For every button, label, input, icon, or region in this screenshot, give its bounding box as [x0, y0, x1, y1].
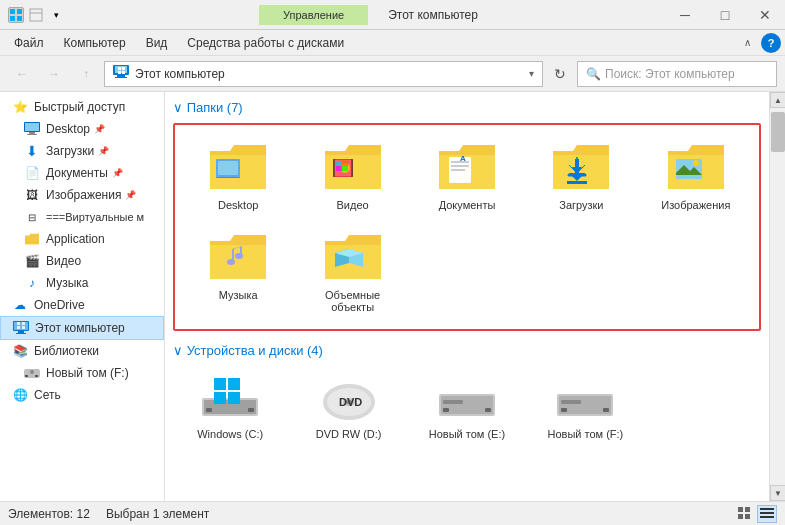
- ribbon-collapse-button[interactable]: ∧: [738, 35, 757, 50]
- svg-rect-80: [561, 400, 581, 404]
- sidebar-item-documents[interactable]: 📄 Документы 📌: [0, 162, 164, 184]
- svg-rect-16: [29, 132, 35, 134]
- device-windows[interactable]: Windows (C:): [173, 366, 287, 448]
- sidebar-label-virtual: ===Виртуальные м: [46, 211, 144, 223]
- sidebar-label-newvol: Новый том (F:): [46, 366, 129, 380]
- pin-icon4: 📌: [125, 190, 136, 200]
- sidebar-item-network[interactable]: 🌐 Сеть: [0, 384, 164, 406]
- device-dvd[interactable]: DVD DVD RW (D:): [291, 366, 405, 448]
- device-windows-label: Windows (C:): [197, 428, 263, 440]
- manage-button[interactable]: Управление: [259, 5, 368, 25]
- folder-icon: [24, 231, 40, 247]
- scrollbar[interactable]: ▲ ▼: [769, 92, 785, 501]
- svg-rect-86: [760, 512, 774, 514]
- svg-rect-13: [122, 71, 125, 74]
- folders-section-header[interactable]: Папки (7): [173, 100, 761, 115]
- sidebar-item-newvol[interactable]: Новый том (F:): [0, 362, 164, 384]
- scroll-down-button[interactable]: ▼: [770, 485, 785, 501]
- refresh-button[interactable]: ↻: [547, 61, 573, 87]
- minimize-button[interactable]: ─: [665, 0, 705, 30]
- sidebar-label-desktop: Desktop: [46, 122, 90, 136]
- downloads-folder-icon: [549, 141, 613, 193]
- folders-grid: Desktop: [173, 123, 761, 331]
- music-folder-icon: [206, 231, 270, 283]
- svg-rect-20: [17, 326, 20, 329]
- device-drive-e[interactable]: Новый том (E:): [410, 366, 524, 448]
- menu-tools[interactable]: Средства работы с дисками: [177, 33, 354, 53]
- desktop-folder-icon: [206, 141, 270, 193]
- large-icons-view-button[interactable]: [735, 505, 755, 523]
- up-button[interactable]: ↑: [72, 62, 100, 86]
- svg-rect-60: [206, 408, 212, 412]
- menu-file[interactable]: Файл: [4, 33, 54, 53]
- svg-rect-24: [18, 331, 24, 333]
- folder-3d[interactable]: Объемные объекты: [297, 223, 407, 321]
- video-icon: 🎬: [24, 253, 40, 269]
- sidebar-item-music[interactable]: ♪ Музыка: [0, 272, 164, 294]
- search-placeholder: Поиск: Этот компьютер: [605, 67, 735, 81]
- title-center: Управление Этот компьютер: [72, 5, 665, 25]
- sidebar: ⭐ Быстрый доступ Desktop 📌 ⬇ Загрузки 📌 …: [0, 92, 165, 501]
- window-controls: ─ □ ✕: [665, 0, 785, 30]
- svg-rect-12: [118, 71, 121, 74]
- sidebar-label-music: Музыка: [46, 276, 88, 290]
- help-button[interactable]: ?: [761, 33, 781, 53]
- sidebar-label-libraries: Библиотеки: [34, 344, 99, 358]
- device-dvd-label: DVD RW (D:): [316, 428, 382, 440]
- back-button[interactable]: ←: [8, 62, 36, 86]
- menu-bar: Файл Компьютер Вид Средства работы с дис…: [0, 30, 785, 56]
- svg-rect-31: [218, 161, 238, 175]
- title-bar-icons: ▾: [0, 7, 72, 23]
- svg-rect-38: [336, 161, 342, 166]
- maximize-button[interactable]: □: [705, 0, 745, 30]
- sidebar-item-onedrive[interactable]: ☁ OneDrive: [0, 294, 164, 316]
- svg-point-53: [227, 259, 235, 265]
- sidebar-item-desktop[interactable]: Desktop 📌: [0, 118, 164, 140]
- sidebar-label-images: Изображения: [46, 188, 121, 202]
- address-bar: ← → ↑ Этот компьютер ▾ ↻ 🔍 Поиск: Этот к…: [0, 56, 785, 92]
- svg-rect-44: [451, 165, 469, 167]
- sidebar-item-downloads[interactable]: ⬇ Загрузки 📌: [0, 140, 164, 162]
- sidebar-item-quickaccess[interactable]: ⭐ Быстрый доступ: [0, 96, 164, 118]
- svg-rect-32: [216, 177, 240, 178]
- device-drive-f[interactable]: Новый том (F:): [528, 366, 642, 448]
- folder-3d-label: Объемные объекты: [325, 289, 380, 313]
- content-area: Папки (7) Desktop: [165, 92, 769, 501]
- forward-button[interactable]: →: [40, 62, 68, 86]
- menu-computer[interactable]: Компьютер: [54, 33, 136, 53]
- app-icon: [8, 7, 24, 23]
- sidebar-label-video: Видео: [46, 254, 81, 268]
- library-icon: 📚: [12, 343, 28, 359]
- devices-section-header[interactable]: Устройства и диски (4): [173, 343, 761, 358]
- folder-downloads[interactable]: Загрузки: [526, 133, 636, 219]
- svg-rect-65: [228, 392, 240, 404]
- folder-video[interactable]: Видео: [297, 133, 407, 219]
- sidebar-item-virtual[interactable]: ⊟ ===Виртуальные м: [0, 206, 164, 228]
- sidebar-item-thispc[interactable]: Этот компьютер: [0, 316, 164, 340]
- svg-rect-75: [443, 400, 463, 404]
- details-view-button[interactable]: [757, 505, 777, 523]
- selected-info: Выбран 1 элемент: [106, 507, 209, 521]
- svg-rect-0: [10, 9, 15, 14]
- address-field[interactable]: Этот компьютер ▾: [104, 61, 543, 87]
- search-field[interactable]: 🔍 Поиск: Этот компьютер: [577, 61, 777, 87]
- svg-point-54: [235, 253, 243, 259]
- folder-documents[interactable]: A Документы: [412, 133, 522, 219]
- folder-music[interactable]: Музыка: [183, 223, 293, 321]
- folder-music-label: Музыка: [219, 289, 258, 301]
- folder-desktop[interactable]: Desktop: [183, 133, 293, 219]
- folder-images[interactable]: Изображения: [641, 133, 751, 219]
- menu-view[interactable]: Вид: [136, 33, 178, 53]
- sidebar-label-documents: Документы: [46, 166, 108, 180]
- scroll-thumb[interactable]: [771, 112, 785, 152]
- svg-rect-35: [333, 159, 335, 177]
- sidebar-item-libraries[interactable]: 📚 Библиотеки: [0, 340, 164, 362]
- scroll-up-button[interactable]: ▲: [770, 92, 785, 108]
- sidebar-item-images[interactable]: 🖼 Изображения 📌: [0, 184, 164, 206]
- sidebar-item-application[interactable]: Application: [0, 228, 164, 250]
- 3d-folder-icon: [321, 231, 385, 283]
- close-button[interactable]: ✕: [745, 0, 785, 30]
- pin-icon3: 📌: [112, 168, 123, 178]
- sidebar-item-video[interactable]: 🎬 Видео: [0, 250, 164, 272]
- svg-rect-62: [214, 378, 226, 390]
